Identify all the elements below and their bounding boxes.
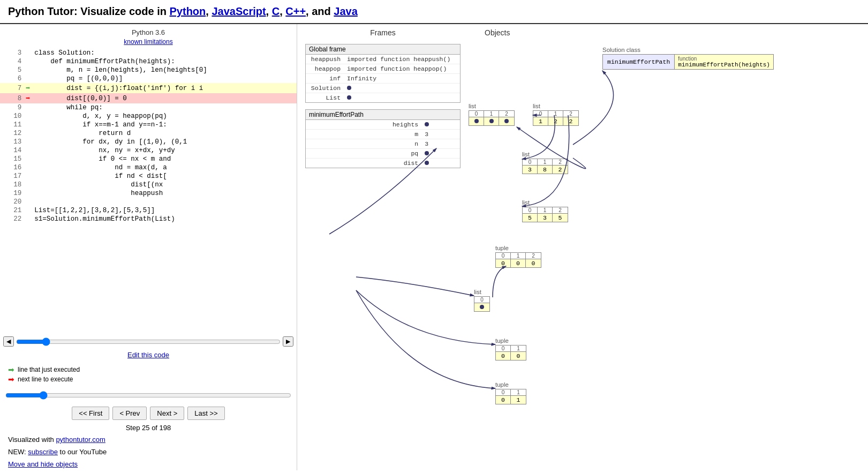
legend-green-text: line that just executed <box>18 366 80 373</box>
code-line-13: 13 for dx, dy in [(1,0), (0,1 <box>0 138 297 146</box>
frame-row-n: n 3 <box>306 139 460 149</box>
line-arrow-20 <box>22 198 33 206</box>
list-pq-label: list <box>474 289 490 295</box>
list-122-vals: 1 2 2 <box>533 117 578 125</box>
frame-row-solution: Solution <box>306 84 460 93</box>
line-code-18: dist[(nx <box>33 181 297 189</box>
legend-section: ➡ line that just executed ➡ next line to… <box>0 361 297 388</box>
l122-idx-1: 1 <box>548 111 563 117</box>
frame-row-heappush: heappush imported function heappush() <box>306 55 460 64</box>
var-name-heappop: heappop <box>306 64 344 74</box>
idx-0: 0 <box>469 111 484 117</box>
list-535-idx: 0 1 2 <box>523 207 568 214</box>
first-button[interactable]: << First <box>72 407 109 420</box>
edit-code-link[interactable]: Edit this code <box>127 351 169 359</box>
step-slider[interactable] <box>5 391 291 400</box>
code-line-22: 22s1=Solution.minimumEffortPath(List) <box>0 215 297 223</box>
tuple-01-label: tuple <box>495 381 526 388</box>
line-number-7: 7 <box>0 83 22 93</box>
line-arrow-21 <box>22 206 33 215</box>
code-line-9: 9 while pq: <box>0 103 297 112</box>
l535-val-1: 3 <box>538 214 553 222</box>
list-382-label: list <box>522 151 568 157</box>
var-name-pq: pq <box>306 149 421 159</box>
pythontutor-link[interactable]: pythontutor.com <box>56 436 105 444</box>
line-arrow-10 <box>22 112 33 121</box>
prev-button[interactable]: < Prev <box>112 407 147 420</box>
line-number-21: 21 <box>0 206 22 215</box>
l535-idx-1: 1 <box>538 207 553 213</box>
code-line-20: 20 <box>0 198 297 206</box>
right-panel: Frames Objects Global frame heappush imp… <box>297 24 868 470</box>
min-effort-frame: minimumEffortPath heights m 3 n 3 <box>305 109 461 168</box>
scroll-left-btn[interactable]: ◀ <box>3 336 14 347</box>
line-number-10: 10 <box>0 112 22 121</box>
line-number-15: 15 <box>0 155 22 163</box>
tuple-01: tuple 0 1 0 1 <box>495 381 526 404</box>
sc-name-cell: minimumEffortPath <box>603 55 675 69</box>
line-arrow-12 <box>22 129 33 138</box>
tuple-00-label: tuple <box>495 337 526 344</box>
java-link[interactable]: Java <box>334 5 358 17</box>
code-line-21: 21List=[[1,2,2],[3,8,2],[5,3,5]] <box>0 206 297 215</box>
list-pq-box: 0 <box>474 296 490 312</box>
l382-idx-1: 1 <box>538 159 553 165</box>
l382-idx-0: 0 <box>523 159 538 165</box>
line-code-9: while pq: <box>33 103 297 112</box>
next-button[interactable]: Next > <box>150 407 184 420</box>
l382-idx-2: 2 <box>553 159 568 165</box>
horizontal-scrollbar[interactable] <box>16 337 281 346</box>
line-code-5: m, n = len(heights), len(heights[0] <box>33 66 297 74</box>
t000-val-0: 0 <box>496 259 511 267</box>
line-code-10: d, x, y = heappop(pq) <box>33 112 297 121</box>
sc-val-cell: function minimumEffortPath(heights) <box>675 55 773 69</box>
line-arrow-16 <box>22 163 33 172</box>
c-link[interactable]: C <box>272 5 280 17</box>
var-val-pq <box>421 149 460 159</box>
subscribe-text: to our YouTube <box>58 448 107 456</box>
viz-text: Visualized with <box>8 436 56 444</box>
tuple-00-vals: 0 0 <box>496 352 526 360</box>
var-val-heights <box>421 120 460 130</box>
var-name-dist: dist <box>306 159 421 168</box>
move-hide-link[interactable]: Move and hide objects <box>0 458 297 470</box>
frame-row-m: m 3 <box>306 130 460 139</box>
code-line-10: 10 d, x, y = heappop(pq) <box>0 112 297 121</box>
outer-cell-2 <box>499 117 514 125</box>
t000-idx-0: 0 <box>496 253 511 259</box>
scroll-right-btn[interactable]: ▶ <box>283 336 293 347</box>
known-limitations-link[interactable]: known limitations <box>124 38 172 46</box>
lpq-dot-0 <box>480 305 484 309</box>
legend-red-arrow-icon: ➡ <box>8 375 14 384</box>
t000-val-1: 0 <box>511 259 526 267</box>
list-outer-label: list <box>469 103 515 109</box>
main-container: Python 3.6 known limitations 3class Solu… <box>0 24 868 470</box>
subscribe-link[interactable]: subscribe <box>28 448 58 456</box>
javascript-link[interactable]: JavaScript <box>212 5 266 17</box>
line-code-20 <box>33 198 297 206</box>
var-val-solution <box>344 84 460 93</box>
line-arrow-4 <box>22 57 33 66</box>
code-line-3: 3class Solution: <box>0 49 297 57</box>
line-number-22: 22 <box>0 215 22 223</box>
var-val-inf: Infinity <box>344 74 460 84</box>
last-button[interactable]: Last >> <box>187 407 224 420</box>
line-number-9: 9 <box>0 103 22 112</box>
t000-idx-2: 2 <box>526 253 541 259</box>
line-number-13: 13 <box>0 138 22 146</box>
frame-row-pq: pq <box>306 149 460 159</box>
python-link[interactable]: Python <box>170 5 206 17</box>
list-122-idx: 0 1 2 <box>533 111 578 117</box>
heights-pointer-dot <box>425 122 429 126</box>
tuple-01-idx: 0 1 <box>496 389 526 396</box>
legend-red-text: next line to execute <box>18 376 73 383</box>
code-scroll[interactable]: 3class Solution:4 def minimumEffortPath(… <box>0 49 297 334</box>
t01-idx-1: 1 <box>511 389 526 395</box>
var-name-solution: Solution <box>306 84 344 93</box>
code-line-15: 15 if 0 <= nx < m and <box>0 155 297 163</box>
sc-func-label: function <box>678 56 770 62</box>
cpp-link[interactable]: C++ <box>285 5 306 17</box>
list-382-box: 0 1 2 3 8 2 <box>522 159 568 174</box>
t01-val-1: 1 <box>511 396 526 404</box>
line-code-8: dist[(0,0)] = 0 <box>33 93 297 103</box>
